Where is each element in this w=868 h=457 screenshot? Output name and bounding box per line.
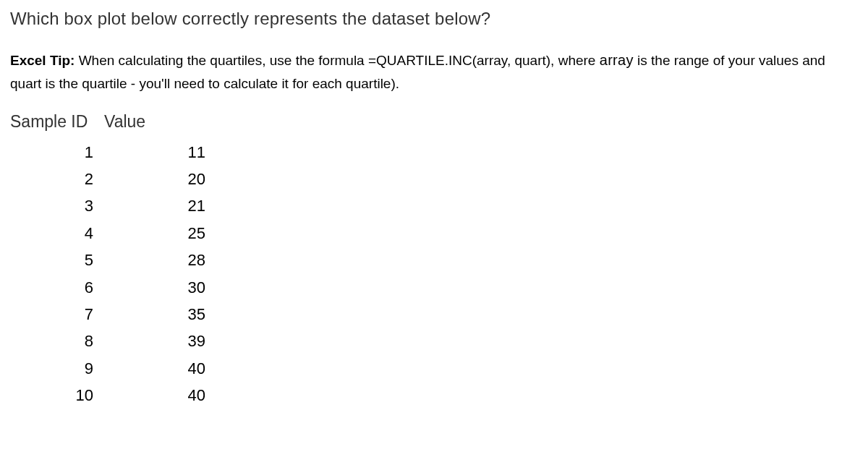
table-row: 5 28 [10,247,205,273]
cell-value: 28 [93,247,205,273]
table-row: 4 25 [10,220,205,247]
header-sample-id: Sample ID [10,112,104,132]
header-value: Value [104,112,176,132]
cell-value: 11 [93,139,205,166]
table-header: Sample ID Value [10,112,205,132]
cell-value: 39 [93,328,205,354]
cell-sample-id: 2 [10,166,93,192]
table-row: 9 40 [10,355,205,382]
cell-value: 35 [93,301,205,328]
cell-sample-id: 9 [10,355,93,382]
cell-sample-id: 5 [10,247,93,273]
data-table: Sample ID Value 1 11 2 20 3 21 4 25 5 28… [10,112,205,409]
cell-sample-id: 1 [10,139,93,166]
cell-sample-id: 4 [10,220,93,247]
excel-tip-label: Excel Tip: [10,53,75,68]
cell-value: 40 [93,355,205,382]
cell-sample-id: 10 [10,382,93,409]
cell-sample-id: 6 [10,274,93,301]
table-row: 8 39 [10,328,205,354]
cell-sample-id: 7 [10,301,93,328]
table-row: 6 30 [10,274,205,301]
cell-value: 21 [93,192,205,219]
table-row: 1 11 [10,139,205,166]
cell-sample-id: 8 [10,328,93,354]
table-row: 10 40 [10,382,205,409]
cell-value: 25 [93,220,205,247]
cell-value: 20 [93,166,205,192]
table-body: 1 11 2 20 3 21 4 25 5 28 6 30 7 35 8 39 [10,139,205,409]
cell-sample-id: 3 [10,192,93,219]
table-row: 7 35 [10,301,205,328]
excel-tip: Excel Tip: When calculating the quartile… [10,48,858,96]
cell-value: 30 [93,274,205,301]
table-row: 2 20 [10,166,205,192]
cell-value: 40 [93,382,205,409]
excel-tip-text-1: When calculating the quartiles, use the … [75,53,599,68]
table-row: 3 21 [10,192,205,219]
excel-tip-array: array [600,52,634,68]
question-text: Which box plot below correctly represent… [10,9,858,29]
